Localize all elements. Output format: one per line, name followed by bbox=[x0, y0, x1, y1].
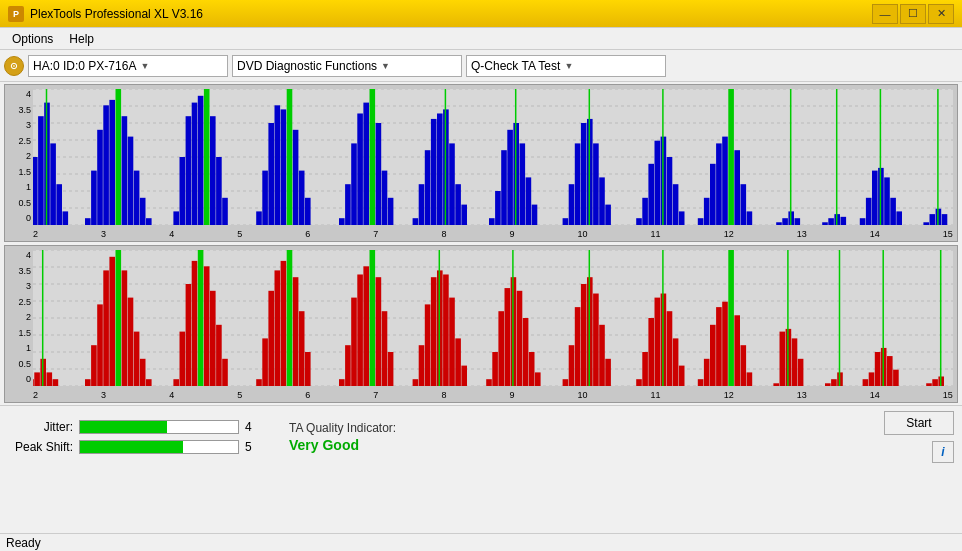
top-chart-x-axis: 2 3 4 5 6 7 8 9 10 11 12 13 14 15 bbox=[33, 229, 953, 239]
jitter-bar-fill bbox=[80, 421, 167, 433]
bottom-chart-x-axis: 2 3 4 5 6 7 8 9 10 11 12 13 14 15 bbox=[33, 390, 953, 400]
bottom-chart-container: 4 3.5 3 2.5 2 1.5 1 0.5 0 2 3 4 5 6 7 8 … bbox=[4, 245, 958, 403]
peak-shift-label: Peak Shift: bbox=[8, 440, 73, 454]
ta-quality-section: TA Quality Indicator: Very Good bbox=[289, 421, 396, 453]
menu-help[interactable]: Help bbox=[61, 30, 102, 48]
peak-shift-bar-fill bbox=[80, 441, 183, 453]
info-button[interactable]: i bbox=[932, 441, 954, 463]
test-dropdown-arrow: ▼ bbox=[564, 61, 573, 71]
close-button[interactable]: ✕ bbox=[928, 4, 954, 24]
function-label: DVD Diagnostic Functions bbox=[237, 59, 377, 73]
top-chart-canvas bbox=[33, 89, 953, 225]
ta-quality-value: Very Good bbox=[289, 437, 396, 453]
drive-dropdown[interactable]: HA:0 ID:0 PX-716A ▼ bbox=[28, 55, 228, 77]
function-dropdown-arrow: ▼ bbox=[381, 61, 390, 71]
drive-dropdown-arrow: ▼ bbox=[140, 61, 149, 71]
jitter-row: Jitter: 4 bbox=[8, 420, 261, 434]
status-text: Ready bbox=[6, 536, 41, 550]
test-label: Q-Check TA Test bbox=[471, 59, 560, 73]
menu-options[interactable]: Options bbox=[4, 30, 61, 48]
top-chart-y-axis: 4 3.5 3 2.5 2 1.5 1 0.5 0 bbox=[5, 89, 33, 223]
start-button[interactable]: Start bbox=[884, 411, 954, 435]
peak-shift-value: 5 bbox=[245, 440, 261, 454]
drive-icon: ⊙ bbox=[4, 56, 24, 76]
minimize-button[interactable]: — bbox=[872, 4, 898, 24]
window-controls: — ☐ ✕ bbox=[872, 4, 954, 24]
bottom-chart-canvas bbox=[33, 250, 953, 386]
function-dropdown[interactable]: DVD Diagnostic Functions ▼ bbox=[232, 55, 462, 77]
metrics-section: Jitter: 4 Peak Shift: 5 bbox=[8, 420, 261, 454]
title-bar: P PlexTools Professional XL V3.16 — ☐ ✕ bbox=[0, 0, 962, 28]
jitter-value: 4 bbox=[245, 420, 261, 434]
charts-area: 4 3.5 3 2.5 2 1.5 1 0.5 0 2 3 4 5 6 7 8 … bbox=[0, 82, 962, 405]
app-icon: P bbox=[8, 6, 24, 22]
drive-label: HA:0 ID:0 PX-716A bbox=[33, 59, 136, 73]
test-dropdown[interactable]: Q-Check TA Test ▼ bbox=[466, 55, 666, 77]
menu-bar: Options Help bbox=[0, 28, 962, 50]
bottom-panel: Jitter: 4 Peak Shift: 5 TA Quality Indic… bbox=[0, 405, 962, 467]
window-title: PlexTools Professional XL V3.16 bbox=[30, 7, 872, 21]
ta-quality-label: TA Quality Indicator: bbox=[289, 421, 396, 435]
toolbar: ⊙ HA:0 ID:0 PX-716A ▼ DVD Diagnostic Fun… bbox=[0, 50, 962, 82]
status-bar: Ready bbox=[0, 533, 962, 551]
top-chart-container: 4 3.5 3 2.5 2 1.5 1 0.5 0 2 3 4 5 6 7 8 … bbox=[4, 84, 958, 242]
jitter-label: Jitter: bbox=[8, 420, 73, 434]
jitter-bar-container bbox=[79, 420, 239, 434]
bottom-chart-y-axis: 4 3.5 3 2.5 2 1.5 1 0.5 0 bbox=[5, 250, 33, 384]
maximize-button[interactable]: ☐ bbox=[900, 4, 926, 24]
right-buttons: Start i bbox=[884, 411, 954, 463]
peak-shift-row: Peak Shift: 5 bbox=[8, 440, 261, 454]
peak-shift-bar-container bbox=[79, 440, 239, 454]
